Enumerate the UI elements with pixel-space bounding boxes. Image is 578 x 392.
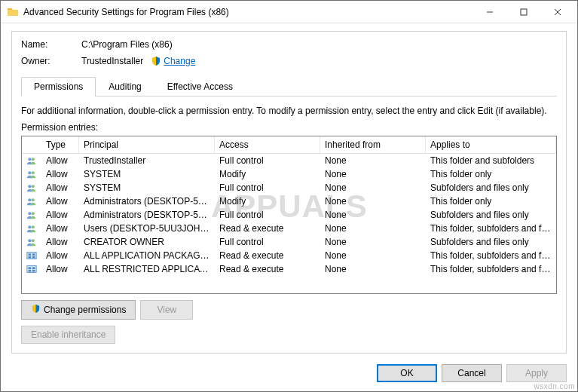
row-buttons: Change permissions View (21, 300, 557, 320)
close-button[interactable] (540, 2, 574, 23)
owner-row: Owner: TrustedInstaller Change (21, 56, 557, 66)
svg-point-12 (32, 225, 35, 228)
titlebar: Advanced Security Settings for Program F… (1, 1, 577, 23)
entry-icon (22, 223, 41, 234)
entry-icon (22, 169, 41, 179)
svg-point-10 (32, 212, 35, 215)
col-access-header[interactable]: Access (215, 136, 320, 153)
name-row: Name: C:\Program Files (x86) (21, 39, 557, 50)
svg-point-13 (28, 239, 31, 242)
apply-label: Apply (525, 368, 548, 378)
tab-permissions[interactable]: Permissions (21, 77, 96, 96)
entry-inherited: None (320, 182, 426, 194)
svg-point-4 (32, 171, 35, 174)
entry-principal: Administrators (DESKTOP-5U... (79, 195, 215, 207)
entry-icon (22, 182, 41, 193)
shield-icon (151, 56, 161, 66)
view-label: View (157, 305, 176, 315)
ok-label: OK (400, 368, 413, 378)
entry-type: Allow (41, 195, 79, 207)
col-applies-header[interactable]: Applies to (426, 136, 556, 153)
table-row[interactable]: AllowALL RESTRICTED APPLICATIO...Read & … (22, 262, 556, 276)
svg-rect-21 (29, 267, 32, 269)
entry-principal: ALL APPLICATION PACKAGES (79, 250, 215, 262)
entry-icon (22, 264, 41, 274)
inner-frame: Name: C:\Program Files (x86) Owner: Trus… (11, 31, 567, 354)
table-row[interactable]: AllowALL APPLICATION PACKAGESRead & exec… (22, 249, 556, 262)
svg-point-7 (28, 198, 31, 201)
window: Advanced Security Settings for Program F… (0, 0, 578, 392)
name-value: C:\Program Files (x86) (81, 39, 173, 50)
table-row[interactable]: AllowSYSTEMModifyNoneThis folder only (22, 167, 556, 181)
entry-applies: Subfolders and files only (426, 209, 556, 221)
entry-applies: Subfolders and files only (426, 182, 556, 194)
svg-rect-17 (32, 253, 35, 256)
minimize-button[interactable] (472, 2, 506, 23)
maximize-button[interactable] (506, 2, 540, 23)
svg-rect-22 (32, 267, 35, 269)
entry-principal: TrustedInstaller (79, 155, 215, 167)
owner-label: Owner: (21, 56, 81, 66)
entry-type: Allow (41, 155, 79, 167)
entry-applies: This folder, subfolders and files (426, 250, 556, 262)
table-row[interactable]: AllowAdministrators (DESKTOP-5U...Modify… (22, 194, 556, 208)
svg-point-14 (32, 239, 35, 242)
view-button[interactable]: View (140, 300, 193, 320)
table-row[interactable]: AllowTrustedInstallerFull controlNoneThi… (22, 154, 556, 167)
change-permissions-label: Change permissions (44, 305, 126, 315)
cancel-button[interactable]: Cancel (442, 364, 502, 382)
entry-icon (22, 237, 41, 247)
entry-inherited: None (320, 263, 426, 275)
svg-rect-24 (32, 270, 35, 272)
col-inherited-header[interactable]: Inherited from (320, 136, 426, 153)
svg-rect-18 (29, 256, 32, 259)
cancel-label: Cancel (457, 368, 485, 378)
change-permissions-button[interactable]: Change permissions (21, 300, 136, 320)
table-row[interactable]: AllowCREATOR OWNERFull controlNoneSubfol… (22, 235, 556, 249)
entry-inherited: None (320, 209, 426, 221)
entry-applies: This folder only (426, 195, 556, 207)
entry-principal: SYSTEM (79, 168, 215, 180)
entry-type: Allow (41, 182, 79, 194)
entry-inherited: None (320, 168, 426, 180)
table-row[interactable]: AllowAdministrators (DESKTOP-5U...Full c… (22, 208, 556, 222)
entry-principal: ALL RESTRICTED APPLICATIO... (79, 263, 215, 275)
folder-icon (7, 6, 19, 18)
ok-button[interactable]: OK (377, 364, 437, 382)
table-row[interactable]: AllowSYSTEMFull controlNoneSubfolders an… (22, 181, 556, 194)
entry-access: Read & execute (215, 250, 320, 262)
inheritance-row: Enable inheritance (21, 326, 557, 344)
entry-type: Allow (41, 222, 79, 234)
tab-effective-access[interactable]: Effective Access (154, 77, 246, 96)
svg-rect-19 (32, 256, 35, 259)
entry-type: Allow (41, 250, 79, 262)
entry-icon (22, 196, 41, 207)
entry-type: Allow (41, 168, 79, 180)
col-type-header[interactable]: Type (41, 136, 79, 153)
svg-point-3 (28, 171, 31, 174)
owner-change-link[interactable]: Change (164, 56, 195, 66)
entry-applies: This folder, subfolders and files (426, 263, 556, 275)
enable-inheritance-label: Enable inheritance (31, 329, 106, 340)
table-row[interactable]: AllowUsers (DESKTOP-5UU3JOH\Us...Read & … (22, 222, 556, 235)
entry-access: Full control (215, 155, 320, 167)
entry-principal: Users (DESKTOP-5UU3JOH\Us... (79, 222, 215, 234)
entry-applies: This folder only (426, 168, 556, 180)
shield-icon (31, 304, 41, 316)
tab-auditing[interactable]: Auditing (96, 77, 154, 96)
apply-button[interactable]: Apply (506, 364, 567, 382)
entry-access: Modify (215, 168, 320, 180)
entry-principal: SYSTEM (79, 182, 215, 194)
svg-rect-0 (521, 9, 527, 15)
entry-type: Allow (41, 263, 79, 275)
col-principal-header[interactable]: Principal (79, 136, 215, 153)
col-icon-header[interactable] (22, 136, 41, 153)
svg-point-5 (28, 185, 31, 188)
entry-type: Allow (41, 236, 79, 248)
svg-point-6 (32, 185, 35, 188)
svg-point-9 (28, 212, 31, 215)
enable-inheritance-button[interactable]: Enable inheritance (21, 326, 115, 344)
entry-inherited: None (320, 155, 426, 167)
name-label: Name: (21, 39, 81, 50)
entry-applies: This folder, subfolders and files (426, 222, 556, 234)
